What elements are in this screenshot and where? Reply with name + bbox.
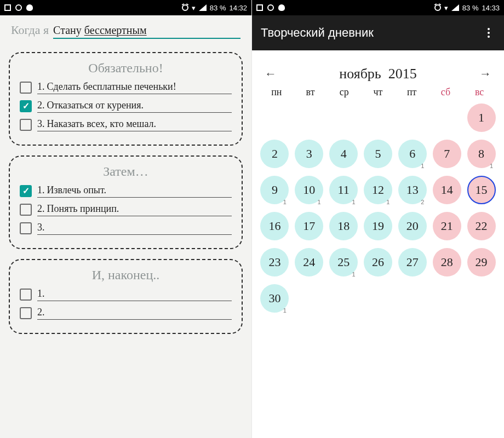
calendar-cell (363, 103, 393, 134)
prev-month-button[interactable]: ← (260, 67, 282, 81)
day-bubble[interactable]: 18 (329, 212, 358, 240)
checkbox[interactable] (20, 222, 32, 234)
calendar-cell[interactable]: 61 (397, 140, 427, 170)
battery-text: 83 % (210, 4, 226, 11)
day-bubble[interactable]: 28 (433, 248, 461, 276)
day-bubble[interactable]: 22 (467, 212, 496, 240)
app-title: Творческий дневник (261, 27, 482, 39)
section-card: Обязательно!1.Сделать бесплатные печеньк… (9, 52, 243, 146)
checkbox[interactable] (20, 185, 32, 197)
calendar-cell[interactable]: 19 (363, 212, 393, 243)
calendar-cell[interactable]: 26 (363, 248, 393, 279)
calendar-cell[interactable]: 2 (260, 140, 290, 170)
section-card: Затем…1.Извлечь опыт.2.Понять принцип.3. (9, 155, 243, 249)
checkbox[interactable] (20, 204, 32, 216)
checklist-item: 2.Отказаться от курения. (20, 100, 232, 113)
calendar-cell (432, 103, 462, 134)
checklist-text[interactable]: 3.Наказать всех, кто мешал. (37, 118, 232, 131)
day-bubble[interactable]: 29 (467, 248, 496, 276)
day-bubble[interactable]: 3 (295, 140, 323, 168)
calendar-cell[interactable]: 121 (363, 176, 393, 206)
checkbox[interactable] (20, 82, 32, 94)
prompt-answer[interactable]: Стану бессмертным (53, 24, 240, 39)
checklist-item: 1.Извлечь опыт. (20, 185, 232, 198)
calendar-cell[interactable]: 81 (466, 140, 496, 170)
calendar-cell[interactable]: 251 (329, 248, 359, 279)
wifi-icon: ▾ (192, 4, 196, 11)
day-bubble[interactable]: 24 (295, 248, 323, 276)
calendar-cell[interactable]: 132 (397, 176, 427, 206)
checklist-item: 1.Сделать бесплатные печеньки! (20, 81, 232, 94)
checkbox[interactable] (20, 289, 32, 301)
calendar-grid: 1234561781911011111211321415161718192021… (260, 103, 496, 315)
calendar-cell[interactable]: 27 (397, 248, 427, 279)
calendar-cell[interactable]: 1 (466, 103, 496, 134)
checkbox[interactable] (20, 100, 32, 112)
calendar-cell (294, 103, 324, 134)
month-year-label: ноябрь 2015 (282, 66, 474, 82)
calendar-cell[interactable]: 18 (329, 212, 359, 243)
calendar-cell[interactable]: 4 (329, 140, 359, 170)
checklist-text[interactable]: 1.Извлечь опыт. (37, 185, 232, 198)
calendar-cell[interactable]: 22 (466, 212, 496, 243)
circle-icon (267, 4, 274, 11)
status-bar: ▾ 83 % 14:33 (252, 0, 504, 15)
calendar-cell[interactable]: 3 (294, 140, 324, 170)
day-bubble[interactable]: 16 (260, 212, 289, 240)
day-bubble[interactable]: 7 (433, 140, 461, 168)
overflow-menu-icon[interactable] (482, 26, 495, 39)
day-bubble[interactable]: 23 (260, 248, 289, 276)
calendar-cell[interactable]: 28 (432, 248, 462, 279)
day-bubble[interactable]: 21 (433, 212, 461, 240)
calendar-cell[interactable]: 91 (260, 176, 290, 206)
checkbox[interactable] (20, 307, 32, 319)
prompt-prefix: Когда я (11, 23, 49, 37)
checklist-text[interactable]: 3. (37, 222, 232, 235)
day-bubble[interactable]: 20 (398, 212, 427, 240)
calendar-cell (260, 103, 290, 134)
weekday-label: сб (429, 87, 463, 98)
prompt-answer-plain: Стану (53, 24, 84, 36)
calendar-cell[interactable]: 5 (363, 140, 393, 170)
day-bubble[interactable]: 14 (433, 176, 461, 204)
checklist-text[interactable]: 1. (37, 288, 232, 301)
day-bubble[interactable]: 2 (260, 140, 289, 168)
gallery-icon (4, 4, 11, 11)
day-bubble[interactable]: 27 (398, 248, 427, 276)
alarm-icon (434, 4, 441, 11)
calendar-cell[interactable]: 21 (432, 212, 462, 243)
checklist-text[interactable]: 2.Понять принцип. (37, 203, 232, 216)
calendar-cell[interactable]: 101 (294, 176, 324, 206)
day-bubble[interactable]: 1 (467, 103, 496, 132)
day-bubble[interactable]: 4 (329, 140, 358, 168)
calendar-cell[interactable]: 29 (466, 248, 496, 279)
day-bubble[interactable]: 5 (364, 140, 392, 168)
day-bubble[interactable]: 19 (364, 212, 392, 240)
calendar-cell[interactable]: 20 (397, 212, 427, 243)
calendar-cell[interactable]: 7 (432, 140, 462, 170)
calendar-cell[interactable]: 17 (294, 212, 324, 243)
entry-count-badge: 1 (318, 199, 321, 205)
weekday-label: ср (327, 87, 361, 98)
prompt-answer-underlined: бессмертным (84, 24, 147, 36)
checklist-text[interactable]: 2. (37, 307, 232, 320)
entry-count-badge: 1 (490, 163, 493, 169)
calendar-cell[interactable]: 15 (466, 176, 496, 206)
calendar-cell[interactable]: 24 (294, 248, 324, 279)
weekday-header: пнвтсрчтптсбвс (260, 87, 496, 98)
calendar-cell[interactable]: 23 (260, 248, 290, 279)
day-bubble[interactable]: 17 (295, 212, 323, 240)
calendar-cell[interactable]: 301 (260, 284, 290, 315)
calendar-cell[interactable]: 111 (329, 176, 359, 206)
day-bubble[interactable]: 15 (467, 176, 496, 204)
checklist-text[interactable]: 2.Отказаться от курения. (37, 100, 232, 113)
calendar-cell[interactable]: 14 (432, 176, 462, 206)
phone-calendar: ▾ 83 % 14:33 Творческий дневник ← ноябрь… (252, 0, 504, 438)
calendar-cell[interactable]: 16 (260, 212, 290, 243)
signal-icon (199, 4, 207, 11)
day-bubble[interactable]: 26 (364, 248, 392, 276)
next-month-button[interactable]: → (474, 67, 496, 81)
checklist-item: 2.Понять принцип. (20, 203, 232, 216)
checklist-text[interactable]: 1.Сделать бесплатные печеньки! (37, 81, 232, 94)
checkbox[interactable] (20, 119, 32, 131)
